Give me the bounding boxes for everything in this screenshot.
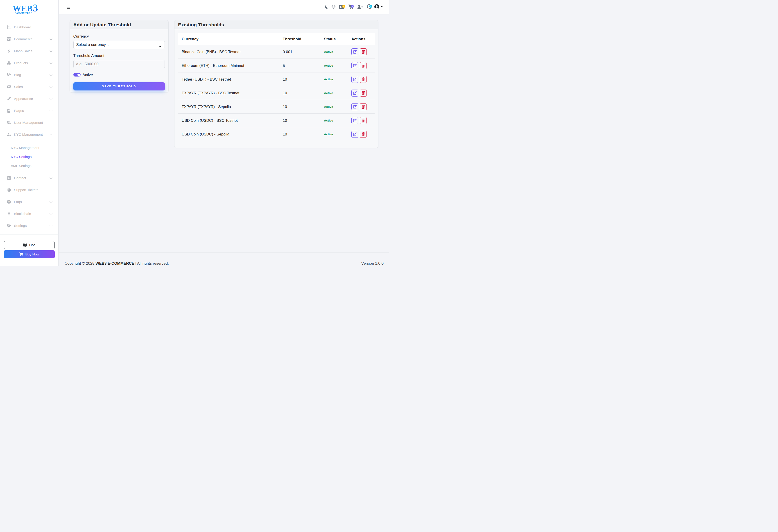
svg-text:?: ? — [8, 200, 10, 203]
